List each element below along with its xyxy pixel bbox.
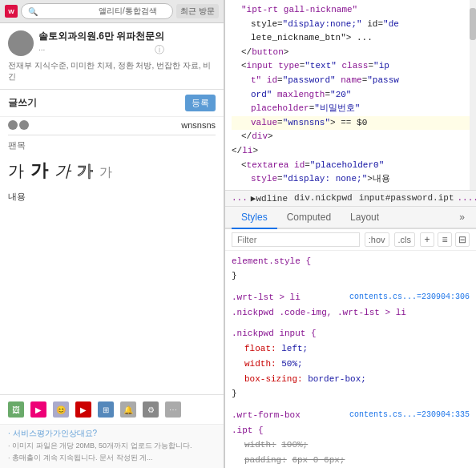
code-line-12: <textarea id="placeholder0": [232, 159, 470, 173]
footer-links: · 서비스평가가인상대요? · 이미지 파일은 개당 20MB, 50개까지 업…: [0, 424, 224, 468]
tab-computed[interactable]: Computed: [277, 207, 341, 229]
css-selector-wrt-lst: .wrt-lst > li contents.cs...=230904:306: [232, 290, 470, 305]
profile-name: 솔토외과의원.6만 위파천문의: [38, 30, 164, 43]
font-sample-1: 가: [8, 160, 24, 182]
code-scrollbar[interactable]: [470, 0, 476, 190]
font-sample-3: 가: [54, 160, 71, 182]
user-icon-2: [19, 120, 29, 130]
label-row: 팬목: [0, 137, 224, 154]
css-close-element-style: }: [232, 268, 470, 284]
app-content: 솔토외과의원.6만 위파천문의 ... ⓘ 전재부 지식수준, 미미한 치제, …: [0, 23, 224, 468]
css-rule-wrt-form-box: .wrt-form-box contents.cs...=230904:335 …: [232, 408, 470, 468]
css-prop-padding: padding: 6px 0 6px;: [232, 453, 470, 468]
css-selector-wrt-form-box: .wrt-form-box contents.cs...=230904:335: [232, 408, 470, 423]
css-rule-element-style: element.style { }: [232, 254, 470, 284]
inspect-style-button[interactable]: ≡: [438, 232, 452, 247]
css-selector-nickpwd-input: .nickpwd input {: [232, 326, 470, 341]
toggle-style-button[interactable]: ⊟: [455, 232, 470, 247]
code-line-10: </div>: [232, 130, 470, 144]
app-logo: W: [5, 5, 18, 18]
code-line-1: "ipt-rt gall-nickname": [232, 3, 470, 18]
font-sample-2: 가: [30, 159, 48, 183]
profile-sub: ... ⓘ: [38, 43, 164, 52]
font-sample-4: 가: [77, 160, 93, 182]
code-line-4: </button>: [232, 46, 470, 60]
write-label: 글쓰기: [8, 96, 37, 110]
code-line-7: ord" maxlength="20": [232, 88, 470, 103]
user-row: wnsnsns: [0, 117, 224, 133]
breadcrumb-div[interactable]: div.nickpwd: [294, 193, 353, 203]
user-icons: [8, 120, 29, 130]
profile-header: 솔토외과의원.6만 위파천문의 ... ⓘ: [8, 30, 216, 57]
css-rule-wrt-lst: .wrt-lst > li contents.cs...=230904:306 …: [232, 290, 470, 320]
profile-section: 솔토외과의원.6만 위파천문의 ... ⓘ 전재부 지식수준, 미미한 치제, …: [0, 23, 224, 90]
code-line-3: lete_nickname_btn"> ...: [232, 31, 470, 46]
footer-link-1[interactable]: · 서비스평가가인상대요?: [8, 428, 216, 439]
icon-video[interactable]: ▶: [30, 401, 46, 418]
tab-styles[interactable]: Styles: [232, 207, 277, 229]
icon-youtube[interactable]: ▶: [75, 401, 91, 418]
avatar: [8, 30, 34, 56]
css-selector-nickpwd-code: .nickpwd .code-img, .wrt-lst > li: [232, 305, 470, 321]
css-source-1[interactable]: contents.cs...=230904:306: [349, 290, 470, 304]
code-scrollbar-thumb[interactable]: [470, 8, 476, 40]
breadcrumb-input[interactable]: input#password.ipt: [359, 193, 454, 203]
filter-hov[interactable]: :hov: [365, 232, 389, 247]
tab-layout[interactable]: Layout: [341, 207, 389, 229]
code-line-6: t" id="password" name="passw: [232, 74, 470, 88]
icon-photo[interactable]: 🖼: [8, 401, 24, 418]
font-sample-row: 가 가 가 가 가: [0, 154, 224, 188]
footer-link-2: · 이미지 파일은 개당 20MB, 50개까지 업로드 가능합니다.: [8, 441, 216, 451]
css-prop-width-50: width: 50%;: [232, 357, 470, 372]
write-button[interactable]: 등록: [185, 95, 216, 111]
filter-row: :hov .cls + ≡ ⊟: [225, 229, 476, 251]
code-line-5: <input type="text" class="ip: [232, 59, 470, 74]
css-source-2[interactable]: contents.cs...=230904:335: [349, 408, 470, 422]
breadcrumb-end: ....: [458, 193, 477, 203]
divider: [8, 135, 216, 135]
write-section: 글쓰기 등록: [0, 90, 224, 117]
icon-more[interactable]: ⋯: [165, 401, 181, 418]
code-line-8: placeholder="비밀번호": [232, 102, 470, 116]
desc-area: 내용: [0, 188, 224, 206]
add-style-button[interactable]: +: [420, 232, 434, 247]
search-icon: 🔍: [28, 7, 95, 16]
code-line-2: style="display:none;" id="de: [232, 18, 470, 32]
icon-grid[interactable]: ⊞: [98, 401, 114, 418]
breadcrumb-owdline[interactable]: ▶wdline: [251, 193, 288, 204]
icon-settings[interactable]: ⚙: [143, 401, 159, 418]
icon-bell[interactable]: 🔔: [120, 401, 136, 418]
username: wnsnsns: [34, 120, 216, 130]
tab-more[interactable]: »: [454, 208, 470, 226]
font-sample-5: 가: [99, 164, 112, 181]
breadcrumb-bar: ... ▶wdline div.nickpwd input#password.i…: [225, 191, 476, 207]
css-selector-ipt: .ipt {: [232, 423, 470, 438]
code-line-9: value="wnsnsns"> == $0: [232, 116, 470, 131]
info-icon[interactable]: ⓘ: [155, 43, 164, 57]
css-selector-element-style: element.style {: [232, 254, 470, 269]
recent-button[interactable]: 최근 방문: [176, 4, 219, 18]
code-line-13: style="display: none;">내용: [232, 172, 470, 187]
bottom-icons: 🖼 ▶ 😊 ▶ ⊞ 🔔 ⚙ ⋯: [0, 394, 224, 424]
html-code-view: "ipt-rt gall-nickname" style="display:no…: [225, 0, 476, 191]
filter-cls[interactable]: .cls: [394, 232, 416, 247]
user-icon-1: [8, 120, 18, 130]
filter-input[interactable]: [232, 232, 360, 247]
css-rules-panel: element.style { } .wrt-lst > li contents…: [225, 251, 476, 468]
css-prop-width-100: width: 100%;: [232, 438, 470, 453]
css-prop-box-sizing: box-sizing: border-box;: [232, 372, 470, 387]
devtools-panel: "ipt-rt gall-nickname" style="display:no…: [224, 0, 476, 468]
css-rule-nickpwd-input: .nickpwd input { float: left; width: 50%…: [232, 326, 470, 401]
breadcrumb-text: ...: [232, 193, 248, 203]
icon-face[interactable]: 😊: [53, 401, 69, 418]
left-panel: W 🔍 앨리티/통합검색 최근 방문 솔토외과의원.6만 위파천문의 ... ⓘ…: [0, 0, 224, 468]
tabs-row: Styles Computed Layout »: [225, 207, 476, 229]
css-close-nickpwd-input: }: [232, 386, 470, 401]
profile-desc: 전재부 지식수준, 미미한 치제, 정환 처방, 번잡한 자료, 비긴: [8, 60, 216, 83]
css-prop-float: float: left;: [232, 341, 470, 357]
filter-icons: + ≡ ⊟: [420, 232, 470, 247]
browser-toolbar: W 🔍 앨리티/통합검색 최근 방문: [0, 0, 224, 23]
search-bar[interactable]: 🔍 앨리티/통합검색: [21, 3, 173, 19]
footer-link-3: · 총매출이 계속 지속됩니다. 문서 작성된 게...: [8, 453, 216, 463]
code-line-11: </li>: [232, 144, 470, 159]
